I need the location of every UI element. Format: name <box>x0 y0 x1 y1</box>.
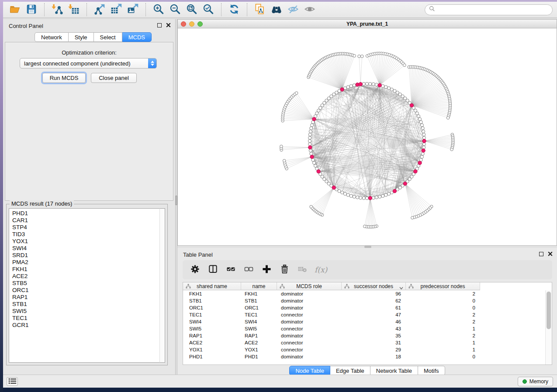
search-input[interactable] <box>438 6 548 14</box>
mcds-result-item[interactable]: PMA2 <box>12 259 160 266</box>
network-graph[interactable] <box>178 28 557 245</box>
table-row[interactable]: RAP1RAP1dominator352 <box>183 332 545 339</box>
mcds-result-item[interactable]: PHD1 <box>12 210 160 217</box>
network-node[interactable] <box>349 85 353 88</box>
network-node[interactable] <box>450 148 453 151</box>
import-network-button[interactable] <box>49 3 65 17</box>
network-node[interactable] <box>295 92 298 95</box>
column-header-successor-nodes[interactable]: successor nodes <box>342 282 406 290</box>
table-row[interactable]: FKH1FKH1dominator962 <box>183 290 545 297</box>
column-header-predecessor-nodes[interactable]: predecessor nodes <box>406 282 480 290</box>
network-node[interactable] <box>309 149 312 152</box>
network-node[interactable] <box>346 193 349 196</box>
network-node[interactable] <box>384 86 387 89</box>
network-node[interactable] <box>283 159 286 162</box>
mcds-result-item[interactable]: ACE2 <box>12 273 160 280</box>
mcds-node[interactable] <box>310 155 314 158</box>
table-row[interactable]: PHD1PHD1dominator180 <box>183 353 545 360</box>
mcds-result-item[interactable]: STB1 <box>12 301 160 308</box>
table-row[interactable]: YOX1YOX1connector291 <box>183 346 545 353</box>
network-node[interactable] <box>421 152 424 155</box>
network-node[interactable] <box>369 83 372 86</box>
network-node[interactable] <box>372 196 375 199</box>
network-node[interactable] <box>362 83 365 86</box>
table-row[interactable]: ACE2ACE2connector311 <box>183 339 545 346</box>
mcds-result-item[interactable]: GCR1 <box>12 322 160 329</box>
task-history-button[interactable] <box>7 377 18 386</box>
add-column-button[interactable] <box>261 264 272 275</box>
show-all-button[interactable] <box>302 3 318 17</box>
mcds-node[interactable] <box>422 139 426 143</box>
network-node[interactable] <box>349 194 353 197</box>
network-titlebar[interactable]: YPA_prune.txt_1 <box>178 20 557 28</box>
table-settings-button[interactable] <box>189 264 201 275</box>
network-node[interactable] <box>356 196 359 199</box>
export-table-button[interactable] <box>108 3 124 17</box>
tab-network-table[interactable]: Network Table <box>370 366 418 375</box>
network-node[interactable] <box>420 155 423 158</box>
mcds-node[interactable] <box>317 170 320 173</box>
network-node[interactable] <box>363 225 367 228</box>
mcds-result-item[interactable]: CAR1 <box>12 217 160 224</box>
network-node[interactable] <box>417 115 420 118</box>
mcds-node[interactable] <box>422 149 425 152</box>
network-node[interactable] <box>353 84 356 87</box>
zoom-out-button[interactable] <box>167 3 183 17</box>
column-header-mcds-role[interactable]: MCDS role <box>277 282 342 290</box>
tab-network[interactable]: Network <box>35 32 69 42</box>
network-node[interactable] <box>422 146 426 149</box>
close-panel-button[interactable]: Close panel <box>91 73 137 83</box>
network-node[interactable] <box>381 194 384 197</box>
network-node[interactable] <box>308 139 311 142</box>
run-mcds-button[interactable]: Run MCDS <box>42 73 86 83</box>
table-row[interactable]: SWI5SWI5connector431 <box>183 325 545 332</box>
network-node[interactable] <box>353 195 356 198</box>
tab-mcds[interactable]: MCDS <box>122 32 152 42</box>
network-node[interactable] <box>390 88 393 91</box>
network-node[interactable] <box>418 117 421 120</box>
export-image-button[interactable] <box>125 3 141 17</box>
mcds-result-item[interactable]: ORC1 <box>12 287 160 294</box>
tab-style[interactable]: Style <box>69 32 94 42</box>
hide-selected-button[interactable] <box>285 3 301 17</box>
network-node[interactable] <box>358 55 361 58</box>
mcds-node[interactable] <box>340 88 344 91</box>
mcds-result-item[interactable]: RAP1 <box>12 294 160 301</box>
network-node[interactable] <box>387 86 391 89</box>
network-node[interactable] <box>421 127 424 130</box>
mcds-node[interactable] <box>393 189 396 193</box>
mcds-node[interactable] <box>414 170 417 173</box>
network-node[interactable] <box>378 195 381 198</box>
deselect-all-button[interactable] <box>243 264 254 275</box>
tab-motifs[interactable]: Motifs <box>418 366 445 375</box>
mcds-result-item[interactable]: TID3 <box>12 231 160 238</box>
network-node[interactable] <box>280 145 283 148</box>
float-panel-icon[interactable] <box>157 23 162 28</box>
mcds-node[interactable] <box>359 83 362 86</box>
network-node[interactable] <box>422 130 425 133</box>
delete-button[interactable] <box>279 264 290 275</box>
network-node[interactable] <box>415 112 419 115</box>
mcds-node[interactable] <box>312 117 316 121</box>
network-node[interactable] <box>384 193 387 196</box>
network-node[interactable] <box>362 196 365 199</box>
mcds-node[interactable] <box>308 146 312 149</box>
mcds-node[interactable] <box>368 196 372 200</box>
network-node[interactable] <box>375 83 378 86</box>
table-row[interactable]: SWI4SWI4dominator462 <box>183 318 545 325</box>
copy-network-button[interactable] <box>252 3 268 17</box>
show-columns-button[interactable] <box>207 264 218 275</box>
network-node[interactable] <box>419 120 422 124</box>
network-node[interactable] <box>308 136 311 139</box>
network-node[interactable] <box>310 127 313 130</box>
import-table-button[interactable] <box>66 3 82 17</box>
network-node[interactable] <box>343 192 346 195</box>
network-node[interactable] <box>311 124 314 127</box>
table-scrollbar[interactable] <box>545 290 552 364</box>
mcds-result-scrollbar[interactable] <box>159 208 165 363</box>
network-node[interactable] <box>353 55 356 58</box>
float-panel-icon[interactable] <box>539 252 543 256</box>
network-node[interactable] <box>422 133 426 136</box>
save-session-button[interactable] <box>24 3 39 17</box>
mcds-result-item[interactable]: SWI4 <box>12 245 160 252</box>
